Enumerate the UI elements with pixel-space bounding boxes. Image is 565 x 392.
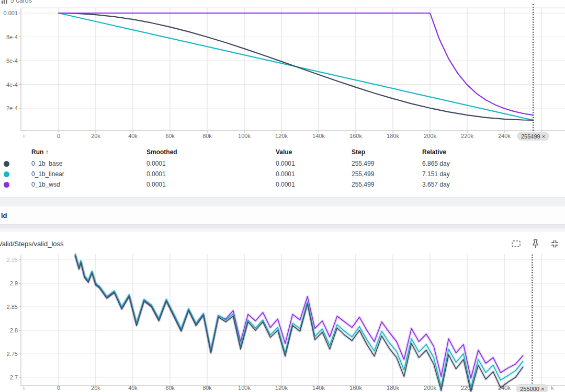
x-tick-label: 200k [424, 133, 436, 139]
x-tick-label: 80k [202, 133, 212, 139]
pin-icon[interactable] [529, 237, 541, 250]
x-tick-label: 40k [128, 133, 138, 139]
col-relative[interactable]: Relative [422, 148, 565, 156]
region-select-icon[interactable] [510, 237, 522, 250]
y-tick-label: 2.9 [10, 280, 18, 286]
x-tick-label: 220k [461, 133, 473, 139]
run-step: 255,499 [352, 181, 422, 188]
series-line-0_1b_base[interactable] [75, 256, 523, 391]
x-tick-label: 140k [312, 133, 325, 139]
y-tick-label: 0.001 [3, 10, 18, 16]
col-step[interactable]: Step [352, 148, 422, 156]
cards-count-label: 5 cards [10, 0, 32, 4]
y-tick-label: 2.85 [7, 304, 18, 310]
partial-tick-label: k [22, 385, 26, 391]
wandb-workspace: 5 cards 0.0018e-46e-44e-42e-4020k40k60k8… [0, 0, 565, 392]
x-tick-label: 0 [57, 133, 60, 139]
step-marker-badge-label[interactable]: 255499 × [521, 133, 545, 140]
panel-actions [510, 237, 561, 250]
x-tick-label: 60k [165, 133, 175, 139]
run-value: 0.0001 [276, 160, 352, 167]
run-name[interactable]: 0_1b_linear [31, 170, 146, 178]
table-row[interactable]: 0_1b_wsd 0.0001 0.0001 255,499 3.657 day [0, 179, 565, 190]
partial-tick-label: k [551, 385, 554, 391]
y-tick-label: 8e-4 [6, 34, 18, 40]
run-value: 0.0001 [276, 181, 352, 188]
section-title: id [1, 212, 7, 220]
y-tick-label: 4e-4 [6, 82, 18, 88]
col-value[interactable]: Value [276, 148, 352, 156]
run-relative: 7.151 day [422, 170, 565, 178]
panel-title: Valid/Steps/valid_loss [0, 240, 64, 248]
run-name[interactable]: 0_1b_base [31, 160, 146, 167]
run-value: 0.0001 [276, 170, 352, 178]
lr-panel: 5 cards 0.0018e-46e-44e-42e-4020k40k60k8… [0, 0, 565, 197]
run-step: 255,499 [352, 170, 422, 178]
step-marker-badge-label[interactable]: 255000 × [520, 386, 544, 392]
run-color-dot [4, 161, 9, 167]
panel-gap [0, 197, 565, 207]
table-row[interactable]: 0_1b_linear 0.0001 0.0001 255,499 7.151 … [0, 169, 565, 179]
x-tick-label: 20k [91, 133, 100, 139]
lr-chart[interactable]: 0.0018e-46e-44e-42e-4020k40k60k80k100k12… [0, 0, 565, 142]
table-row[interactable]: 0_1b_base 0.0001 0.0001 255,499 6.865 da… [0, 158, 565, 169]
run-smoothed: 0.0001 [146, 181, 276, 188]
run-relative: 3.657 day [422, 181, 565, 188]
run-step: 255,499 [352, 160, 422, 167]
x-tick-label: 120k [275, 133, 288, 139]
col-smoothed[interactable]: Smoothed [146, 148, 276, 156]
run-color-dot [4, 182, 9, 188]
panel-gap [0, 224, 565, 228]
x-tick-label: 100k [238, 133, 251, 139]
y-tick-label: 2.95 [7, 257, 18, 263]
series-line-0_1b_wsd[interactable] [59, 13, 533, 115]
run-smoothed: 0.0001 [146, 170, 276, 178]
valid-loss-panel: Valid/Steps/valid_loss 2.952.92.852.82.7… [0, 232, 565, 392]
run-relative: 6.865 day [422, 160, 565, 167]
table-header-row: Run ↑ Smoothed Value Step Relative [0, 147, 565, 157]
run-name[interactable]: 0_1b_wsd [31, 181, 146, 188]
section-header-bar[interactable]: id [0, 206, 565, 224]
partial-tick-label: k [22, 133, 26, 139]
x-tick-label: 240k [498, 133, 511, 139]
run-summary-table: Run ↑ Smoothed Value Step Relative 0_1b_… [0, 147, 565, 190]
run-color-dot [4, 171, 9, 177]
y-tick-label: 2.8 [10, 327, 18, 333]
x-tick-label: 180k [387, 133, 399, 139]
cards-count-header: 5 cards [1, 0, 32, 5]
col-run[interactable]: Run ↑ [31, 148, 146, 156]
y-tick-label: 2.7 [10, 374, 18, 381]
valid-loss-chart[interactable]: 2.952.92.852.82.752.7020k40k60k80k100k12… [0, 232, 565, 392]
y-tick-label: 2.75 [7, 351, 18, 357]
series-halo-0_1b_base [75, 256, 523, 391]
x-tick-label: 160k [349, 133, 362, 139]
y-tick-label: 2e-4 [6, 105, 18, 111]
run-smoothed: 0.0001 [146, 160, 276, 167]
y-tick-label: 6e-4 [6, 57, 18, 64]
collapse-icon[interactable] [548, 237, 561, 250]
panel-grid-icon [1, 0, 8, 4]
